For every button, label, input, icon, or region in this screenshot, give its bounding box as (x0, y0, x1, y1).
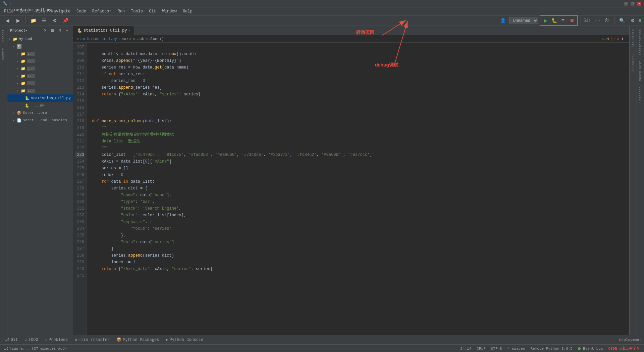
run-button[interactable]: ▶ (542, 16, 550, 25)
problems-bottom-tab[interactable]: ⚠ Problems (42, 336, 71, 344)
tree-item-selected[interactable]: 🐍 statistics_util.py (7, 94, 73, 102)
tree-item-1[interactable]: ▾ P ... (7, 43, 73, 50)
indent-status[interactable]: 4 spaces (506, 347, 527, 351)
warning-count: 14 (605, 37, 609, 41)
tree-item-2[interactable]: ▸📁 ... (7, 50, 73, 57)
close-button[interactable]: × (637, 2, 641, 6)
breadcrumb: statistics_util.py › make_stack_column()… (73, 35, 629, 43)
settings-btn[interactable]: ⚙ (50, 16, 59, 25)
menu-file[interactable]: File (1, 8, 16, 14)
debug-button[interactable]: 🐛 (550, 16, 558, 25)
breadcrumb-sep: › (118, 37, 121, 41)
project-tree: ▾ 📁 My_Cod ▾ P ... ▸📁 ... ▸📁 ... (7, 35, 73, 335)
user-btn[interactable]: 👤 (498, 16, 508, 25)
settings-gear[interactable]: ⚙ (628, 16, 637, 25)
menu-view[interactable]: View (33, 8, 48, 14)
code-area[interactable]: 207 208 209 210 211 212 213 214 215 216 … (73, 43, 629, 335)
far-right-panel: Notifications Maven Host Database (637, 26, 644, 335)
warning-icon: ⚠ (602, 37, 604, 41)
project-tab[interactable]: Project (1, 27, 6, 45)
editor-tab-active[interactable]: 🐍 statistics_util.py × (73, 26, 135, 35)
menu-refactor[interactable]: Refactor (90, 8, 114, 14)
toolbar-back[interactable]: ◀ (3, 16, 12, 25)
maven-host-tab[interactable]: Maven Host (638, 58, 643, 84)
coverage-button[interactable]: ☂ (559, 16, 567, 25)
menu-code[interactable]: Code (74, 8, 89, 14)
tree-external[interactable]: ▸ 📦 Exter...ora (7, 109, 73, 117)
project-view-btn[interactable]: 📁 (29, 16, 38, 25)
code-content[interactable]: monthly = datetime.datetime.now().month … (87, 43, 629, 335)
expand-all-btn[interactable]: ⬆ (619, 36, 625, 42)
interpreter-text: Remote Python 3.6.5 (531, 347, 573, 351)
line-col-text: 24:14 (460, 347, 471, 351)
file-transfer-bottom-tab[interactable]: ⇅ File Transfer (71, 336, 113, 344)
toolbar-area: ◀ ▶ 📁 ☰ ⚙ 📌 👤 Unnamed ▶ 🐛 ☂ ⏹ (0, 15, 644, 26)
toolbar-forward[interactable]: ▶ (13, 16, 23, 25)
git-icon: ⎇ (5, 337, 9, 342)
deployment-item[interactable]: Deployment (618, 338, 643, 342)
transfer-icon: ⇅ (75, 337, 77, 342)
separator-3 (581, 17, 581, 24)
gear-btn[interactable]: ⚙ (57, 28, 63, 34)
indent-text: 4 spaces (507, 347, 525, 351)
bookmarks-panel-tab[interactable]: Bookmarks (631, 51, 636, 74)
tree-item-3[interactable]: ▸📁 ... (7, 57, 73, 65)
breadcrumb-file: statistics_util.py (77, 37, 117, 41)
crlf-status[interactable]: CRLF (475, 347, 487, 351)
search-button[interactable]: 🔍 (617, 16, 627, 25)
stop-button[interactable]: ⏹ (568, 16, 576, 25)
tree-item-7[interactable]: ▸📁 ... (7, 87, 73, 94)
menu-window[interactable]: Window (160, 8, 179, 14)
tab-file-icon: 🐍 (77, 28, 82, 33)
interpreter-status[interactable]: Remote Python 3.6.5 (529, 347, 574, 351)
hide-panel-btn[interactable]: − (64, 28, 70, 34)
menu-bar: File Edit View Navigate Code Refactor Ru… (0, 7, 644, 15)
database-tab[interactable]: Database (638, 84, 643, 105)
tree-item-6[interactable]: ▸📁 ... (7, 80, 73, 87)
editor-tabs: 🐍 statistics_util.py × (73, 26, 629, 35)
tree-item-5[interactable]: ▸📁 ... (7, 72, 73, 80)
packages-icon: 📦 (116, 337, 121, 342)
separator-2 (73, 17, 73, 24)
structure-panel-tab[interactable]: Structure (631, 27, 636, 50)
pin-btn[interactable]: 📌 (61, 16, 70, 25)
encoding-text: UTF-8 (491, 347, 502, 351)
green-dot-icon (578, 347, 581, 350)
collapse-btn[interactable]: ☰ (49, 28, 55, 34)
menu-tools[interactable]: Tools (128, 8, 146, 14)
tab-utils[interactable]: utils (9, 0, 53, 2)
console-icon: ▶ (166, 337, 168, 342)
python-console-bottom-tab[interactable]: ▶ Python Console (162, 336, 207, 344)
connection-indicator (639, 19, 641, 22)
commit-tab[interactable]: Commit (1, 46, 6, 62)
menu-run[interactable]: Run (115, 8, 127, 14)
tree-item-4[interactable]: ▸📁 ... (7, 65, 73, 72)
event-log-status[interactable]: Event Log (577, 347, 604, 351)
menu-git[interactable]: Git (146, 8, 159, 14)
git-branch-status[interactable]: ⎇ figure... (37 minutes ago) (3, 346, 68, 351)
config-bar: ◀ ▶ 📁 ☰ ⚙ 📌 👤 Unnamed ▶ 🐛 ☂ ⏹ (0, 15, 644, 26)
line-col-status[interactable]: 24:14 (459, 347, 473, 351)
main-layout: Project Commit Project▾ ⟳ ☰ ⚙ − ▾ 📁 My_C… (0, 26, 644, 335)
menu-edit[interactable]: Edit (17, 8, 32, 14)
tree-scratches[interactable]: ▸ 📄 Scrat...and Consoles (7, 117, 73, 124)
structure-btn[interactable]: ☰ (39, 16, 49, 25)
title-bar: 🔧 utils | statistics_util.py − □ × (0, 0, 644, 7)
tree-item-py[interactable]: 🐍 ....py (7, 102, 73, 109)
encoding-status[interactable]: UTF-8 (490, 347, 503, 351)
tree-root[interactable]: ▾ 📁 My_Cod (7, 35, 73, 43)
todo-bottom-tab[interactable]: ☑ TODO (21, 336, 42, 344)
error-indicator: ⚡ 3 (614, 37, 619, 41)
app-icon: 🔧 (3, 1, 7, 6)
menu-help[interactable]: Help (180, 8, 195, 14)
sync-btn[interactable]: ⟳ (42, 28, 48, 34)
git-bottom-tab[interactable]: ⎇ Git (1, 336, 21, 344)
python-packages-bottom-tab[interactable]: 📦 Python Packages (113, 336, 162, 344)
menu-navigate[interactable]: Navigate (48, 8, 73, 14)
minimize-button[interactable]: − (624, 2, 628, 6)
notifications-tab[interactable]: Notifications (638, 27, 643, 58)
tab-close-btn[interactable]: × (128, 29, 130, 33)
maximize-button[interactable]: □ (631, 2, 635, 6)
git-history[interactable]: ⏱ (602, 16, 611, 25)
run-config-select[interactable]: Unnamed (509, 17, 538, 24)
